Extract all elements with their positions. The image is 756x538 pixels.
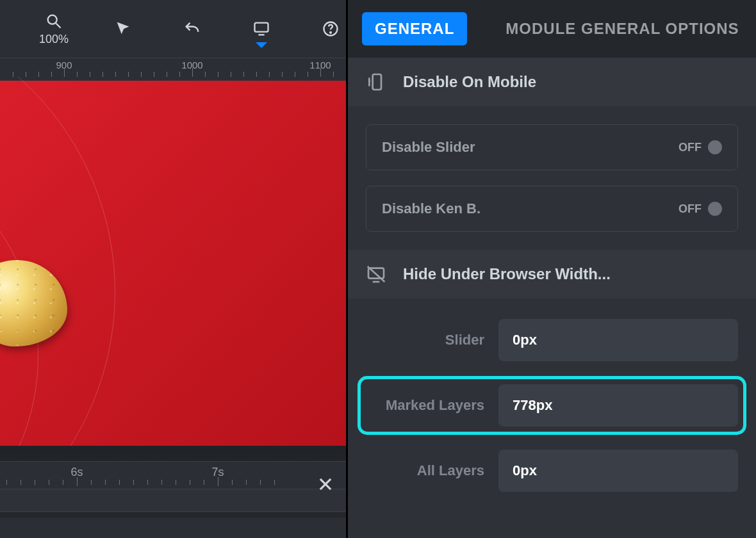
timeline-track[interactable] [0, 489, 346, 512]
row-marked-layers-width: Marked Layers [361, 379, 743, 432]
input-slider-width[interactable] [498, 319, 738, 361]
device-preview-tool[interactable] [246, 20, 277, 38]
editor-toolbar: 100% [0, 0, 346, 58]
toggle-state: OFF [678, 141, 702, 154]
tab-module-general-options[interactable]: MODULE GENERAL OPTIONS [505, 20, 739, 38]
toggle-knob [708, 202, 722, 216]
mobile-lock-icon [366, 72, 386, 92]
toggle-state: OFF [678, 202, 702, 216]
svg-rect-9 [368, 79, 370, 83]
section-disable-on-mobile[interactable]: Disable On Mobile [348, 58, 756, 106]
screen-off-icon [366, 264, 386, 284]
ruler-horizontal: 900 1000 1100 [0, 58, 346, 77]
timeline-close-button[interactable] [316, 473, 334, 498]
row-disable-kenb: Disable Ken B. OFF [366, 186, 738, 232]
mobile-group: Disable Slider OFF Disable Ken B. OFF [348, 106, 756, 250]
input-label: Slider [366, 332, 484, 348]
undo-icon [183, 20, 201, 38]
close-icon [316, 475, 334, 493]
settings-panel: GENERAL MODULE GENERAL OPTIONS Disable O… [346, 0, 756, 538]
help-icon [322, 20, 340, 38]
section-title: Disable On Mobile [403, 73, 536, 91]
panel-tabs: GENERAL MODULE GENERAL OPTIONS [348, 0, 756, 58]
help-tool[interactable] [315, 20, 346, 38]
toggle-disable-kenb[interactable]: OFF [678, 202, 722, 216]
zoom-level: 100% [39, 33, 69, 46]
cursor-icon [114, 20, 132, 38]
toggle-label: Disable Ken B. [382, 200, 481, 217]
timeline-panel: 6s 7s [0, 461, 346, 538]
chip-image[interactable] [0, 260, 67, 346]
hide-width-group: Slider Marked Layers All Layers [348, 298, 756, 512]
svg-line-1 [56, 23, 61, 28]
row-disable-slider: Disable Slider OFF [366, 124, 738, 170]
zoom-tool[interactable]: 100% [38, 12, 69, 46]
svg-rect-8 [373, 74, 381, 90]
toggle-disable-slider[interactable]: OFF [678, 140, 722, 154]
toggle-label: Disable Slider [382, 139, 475, 156]
toggle-knob [708, 140, 722, 154]
input-label: Marked Layers [366, 397, 484, 414]
editor-canvas-area: 100% 900 1000 1100 ne [0, 0, 346, 538]
magnifier-icon [45, 12, 63, 30]
slide-canvas[interactable]: ness [0, 81, 346, 446]
select-tool[interactable] [108, 20, 138, 38]
input-all-layers-width[interactable] [498, 450, 738, 492]
section-title: Hide Under Browser Width... [403, 265, 611, 283]
row-all-layers-width: All Layers [366, 447, 738, 494]
svg-point-5 [330, 32, 331, 33]
tab-general[interactable]: GENERAL [362, 12, 467, 45]
svg-point-0 [48, 15, 57, 24]
undo-tool[interactable] [177, 20, 208, 38]
input-label: All Layers [366, 462, 484, 479]
svg-rect-2 [255, 23, 268, 32]
monitor-icon [252, 20, 270, 38]
input-marked-layers-width[interactable] [498, 384, 738, 427]
section-hide-under-width[interactable]: Hide Under Browser Width... [348, 250, 756, 298]
row-slider-width: Slider [366, 316, 738, 364]
timeline-ruler[interactable]: 6s 7s [0, 462, 346, 484]
